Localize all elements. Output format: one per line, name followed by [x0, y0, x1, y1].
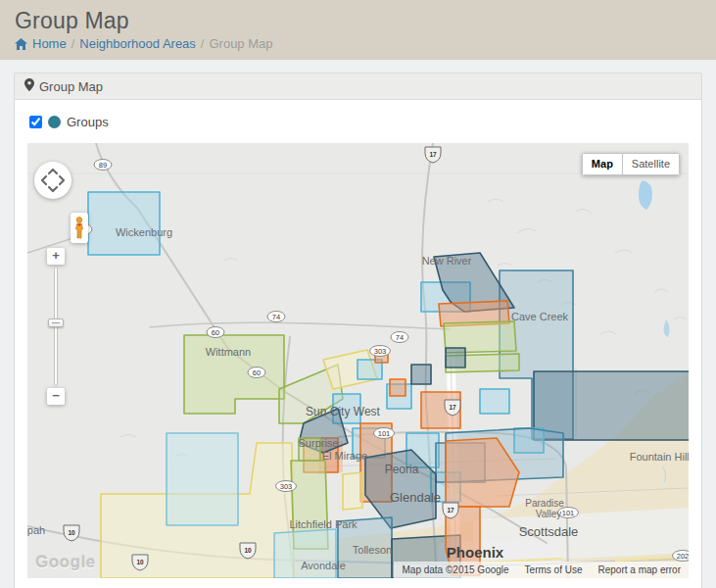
city-label: Tolleson — [353, 544, 392, 556]
street-view-pegman[interactable] — [71, 213, 88, 243]
groups-label: Groups — [67, 115, 109, 129]
city-label: Paradise — [525, 498, 564, 509]
group-area-polygon[interactable] — [88, 192, 160, 255]
city-label: New River — [422, 255, 472, 267]
breadcrumb-current: Group Map — [209, 36, 272, 51]
terms-of-use-link[interactable]: Terms of Use — [517, 562, 591, 578]
group-area-polygon[interactable] — [343, 472, 362, 510]
svg-text:101: 101 — [378, 429, 391, 438]
svg-text:303: 303 — [280, 482, 293, 491]
city-label: Litchfield Park — [289, 518, 358, 530]
svg-text:10: 10 — [244, 547, 252, 554]
svg-text:60: 60 — [212, 328, 219, 337]
group-area-polygon[interactable] — [411, 365, 431, 384]
svg-text:17: 17 — [447, 507, 454, 514]
breadcrumb-separator: / — [72, 36, 75, 51]
interstate-shield: 17 — [445, 400, 460, 416]
city-label: Glendale — [390, 490, 441, 505]
city-label: Cave Creek — [511, 311, 569, 322]
route-shield: 202 — [673, 551, 690, 562]
home-icon — [15, 38, 27, 50]
breadcrumb-separator: / — [201, 36, 205, 51]
route-shield: 101 — [374, 428, 395, 439]
city-label: Sun City West — [306, 405, 380, 418]
city-label: Phoenix — [447, 544, 504, 561]
svg-text:60: 60 — [253, 368, 261, 377]
map-type-map-button[interactable]: Map — [582, 153, 622, 175]
panel-body: Groups — [15, 100, 701, 588]
city-label: Wickenburg — [116, 226, 172, 238]
svg-text:74: 74 — [272, 313, 280, 321]
interstate-shield: 10 — [64, 525, 79, 541]
groups-toggle-row: Groups — [29, 115, 689, 129]
interstate-shield: 17 — [425, 147, 441, 163]
map-marker-icon — [24, 78, 34, 94]
group-area-polygon[interactable] — [167, 433, 238, 525]
svg-text:17: 17 — [429, 151, 437, 158]
breadcrumb-neighborhood-areas-link[interactable]: Neighborhood Areas — [79, 36, 196, 51]
pan-arrows-icon — [34, 162, 72, 199]
city-label: pah — [27, 524, 45, 536]
map-attribution: Map data ©2015 Google Terms of Use Repor… — [394, 562, 689, 578]
panel-title: Group Map — [39, 79, 103, 94]
interstate-shield: 10 — [240, 543, 256, 559]
svg-text:10: 10 — [68, 529, 75, 536]
pegman-icon — [73, 217, 85, 240]
pan-control[interactable] — [34, 162, 72, 199]
route-shield: 74 — [391, 332, 408, 343]
interstate-shield: 10 — [132, 555, 148, 570]
city-label: Peoria — [385, 463, 419, 476]
svg-text:202: 202 — [677, 552, 689, 561]
breadcrumb: Home / Neighborhood Areas / Group Map — [15, 36, 700, 51]
zoom-slider-handle[interactable] — [48, 318, 64, 327]
group-area-polygon[interactable] — [390, 379, 406, 396]
group-area-polygon[interactable] — [534, 371, 689, 440]
svg-text:101: 101 — [562, 509, 575, 517]
route-shield: 303 — [276, 481, 297, 492]
page-header: Group Map Home / Neighborhood Areas / Gr… — [0, 0, 716, 60]
google-logo[interactable]: Google — [35, 553, 96, 572]
groups-color-dot — [48, 116, 61, 128]
interstate-shield: 17 — [443, 503, 458, 518]
group-map-panel: Group Map Groups — [14, 73, 702, 588]
route-shield: 60 — [207, 327, 224, 338]
route-shield: 303 — [370, 346, 391, 357]
map-type-satellite-button[interactable]: Satellite — [622, 153, 680, 175]
group-area-polygon[interactable] — [480, 389, 509, 414]
svg-text:89: 89 — [99, 161, 107, 170]
zoom-out-button[interactable]: − — [47, 388, 65, 405]
route-shield: 74 — [267, 312, 285, 322]
city-label: Scottsdale — [519, 524, 579, 539]
group-area-polygon[interactable] — [446, 348, 465, 368]
city-label: Avondale — [301, 560, 346, 571]
map-data-copyright: Map data ©2015 Google — [394, 562, 516, 578]
svg-text:10: 10 — [136, 559, 144, 565]
map-type-switcher: Map Satellite — [582, 153, 680, 175]
report-map-error-link[interactable]: Report a map error — [591, 562, 689, 578]
zoom-in-button[interactable]: + — [47, 248, 65, 265]
city-label: Fountain Hills — [630, 451, 689, 463]
breadcrumb-home-link[interactable]: Home — [32, 36, 67, 51]
panel-header: Group Map — [15, 74, 701, 100]
city-label: Surprise — [299, 437, 339, 449]
map-canvas[interactable]: 89 60 60 60 74 74 303 303 101 101 202 17… — [27, 143, 689, 578]
city-label: Wittmann — [206, 346, 251, 358]
svg-text:17: 17 — [449, 404, 456, 411]
svg-text:74: 74 — [396, 333, 404, 342]
svg-text:303: 303 — [374, 347, 387, 356]
city-label: Valley — [536, 509, 562, 519]
route-shield: 89 — [94, 160, 112, 171]
route-shield: 60 — [248, 368, 265, 378]
page-title: Group Map — [15, 8, 700, 34]
city-label: El Mirage — [322, 450, 367, 462]
groups-checkbox[interactable] — [29, 116, 42, 128]
